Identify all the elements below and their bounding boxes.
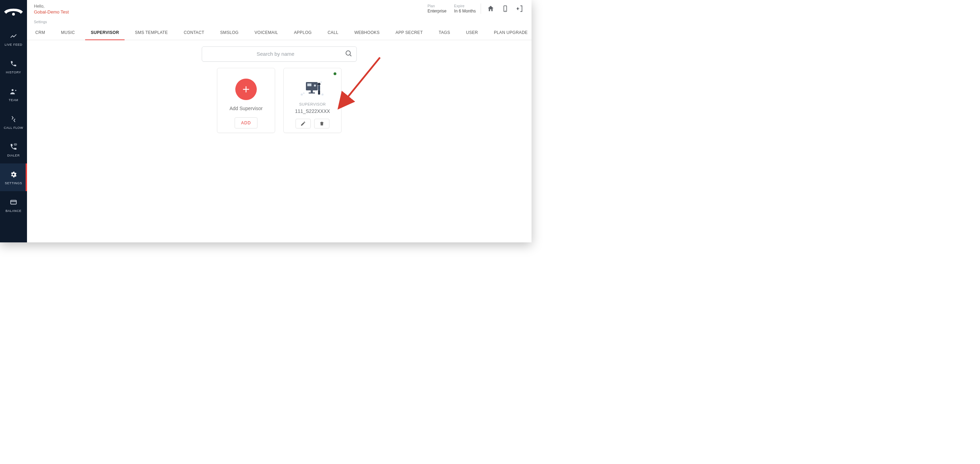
svg-point-0	[12, 13, 15, 16]
tab-webhooks[interactable]: WEBHOOKS	[353, 26, 381, 40]
sidebar: LIVE FEED HISTORY TEAM CALL FLOW SIP DIA…	[0, 0, 27, 242]
svg-point-8	[346, 51, 350, 55]
home-button[interactable]	[486, 4, 496, 13]
expire-label: Expire	[454, 4, 476, 8]
sidebar-item-label: HISTORY	[6, 71, 21, 74]
svg-point-22	[303, 92, 304, 94]
tab-applog[interactable]: APPLOG	[293, 26, 313, 40]
trash-icon	[319, 121, 325, 126]
user-name: Gobal-Demo Test	[34, 10, 69, 14]
tab-crm[interactable]: CRM	[34, 26, 46, 40]
search-input[interactable]	[206, 51, 345, 57]
sidebar-item-live-feed[interactable]: LIVE FEED	[0, 25, 27, 53]
settings-tabs: CRMMUSICSUPERVISORSMS TEMPLATECONTACTSMS…	[27, 26, 531, 40]
sidebar-item-settings[interactable]: SETTINGS	[0, 163, 27, 191]
add-supervisor-card: Add Supervisor ADD	[217, 68, 275, 133]
svg-rect-20	[319, 90, 320, 94]
topbar-right: Plan Enterprise Expire In 6 Months	[428, 3, 525, 14]
svg-rect-18	[318, 86, 320, 90]
tab-call[interactable]: CALL	[326, 26, 340, 40]
sidebar-item-label: LIVE FEED	[5, 43, 22, 46]
svg-point-17	[318, 83, 320, 86]
card-icon	[10, 198, 18, 206]
tab-plan-upgrade[interactable]: PLAN UPGRADE	[492, 26, 529, 40]
pencil-icon	[301, 121, 306, 126]
svg-rect-15	[311, 90, 313, 92]
team-icon	[10, 87, 18, 96]
add-circle[interactable]	[235, 79, 257, 100]
svg-line-9	[350, 55, 351, 56]
svg-rect-16	[309, 92, 315, 94]
dialer-icon: SIP	[10, 143, 18, 151]
supervisor-illustration-icon	[298, 77, 327, 98]
tab-user[interactable]: USER	[465, 26, 480, 40]
topbar: Hello, Gobal-Demo Test Plan Enterprise E…	[27, 0, 531, 14]
hello-text: Hello,	[34, 3, 69, 10]
supervisor-name: 111_S222XXXX	[295, 108, 330, 114]
svg-text:SIP: SIP	[14, 144, 17, 145]
app-logo-icon	[3, 6, 24, 17]
sidebar-item-label: BALANCE	[6, 209, 21, 213]
logout-button[interactable]	[515, 4, 525, 13]
mobile-icon	[502, 5, 509, 12]
tab-app-secret[interactable]: APP SECRET	[394, 26, 424, 40]
status-dot-online	[334, 72, 336, 75]
search-button[interactable]	[345, 49, 352, 59]
gear-icon	[10, 171, 18, 179]
supervisor-card[interactable]: SUPERVISOR 111_S222XXXX	[283, 68, 342, 133]
svg-point-14	[314, 85, 316, 86]
mobile-button[interactable]	[500, 4, 510, 13]
sidebar-item-team[interactable]: TEAM	[0, 80, 27, 108]
app-shell: LIVE FEED HISTORY TEAM CALL FLOW SIP DIA…	[0, 0, 531, 242]
svg-point-24	[320, 81, 322, 83]
supervisor-role: SUPERVISOR	[299, 102, 326, 106]
svg-point-23	[321, 94, 323, 96]
expire-value: In 6 Months	[454, 9, 476, 13]
greeting: Hello, Gobal-Demo Test	[34, 3, 69, 14]
logout-icon	[516, 5, 523, 13]
sidebar-item-call-flow[interactable]: CALL FLOW	[0, 108, 27, 136]
content-area: Add Supervisor ADD	[27, 40, 531, 242]
add-button[interactable]: ADD	[235, 117, 258, 128]
live-feed-icon	[10, 32, 18, 40]
svg-point-21	[301, 94, 303, 96]
tab-contact[interactable]: CONTACT	[182, 26, 205, 40]
call-flow-icon	[10, 115, 18, 123]
search-icon	[345, 49, 352, 57]
add-caption: Add Supervisor	[229, 105, 262, 111]
svg-point-1	[12, 89, 14, 91]
home-icon	[487, 5, 495, 13]
sidebar-item-label: DIALER	[7, 154, 20, 157]
supervisor-card-actions	[296, 119, 329, 128]
account-meta: Plan Enterprise Expire In 6 Months	[428, 4, 476, 13]
sidebar-item-label: TEAM	[9, 98, 18, 102]
sidebar-item-dialer[interactable]: SIP DIALER	[0, 136, 27, 163]
plus-icon	[241, 84, 251, 94]
delete-supervisor-button[interactable]	[314, 119, 329, 128]
plan-label: Plan	[428, 4, 447, 8]
svg-rect-13	[307, 83, 312, 86]
edit-supervisor-button[interactable]	[296, 119, 311, 128]
search-box	[202, 46, 357, 62]
tab-sms-template[interactable]: SMS TEMPLATE	[134, 26, 169, 40]
tab-tags[interactable]: TAGS	[438, 26, 452, 40]
sidebar-item-history[interactable]: HISTORY	[0, 53, 27, 80]
main-area: Hello, Gobal-Demo Test Plan Enterprise E…	[27, 0, 531, 242]
tab-smslog[interactable]: SMSLOG	[219, 26, 240, 40]
phone-icon	[10, 59, 18, 68]
sidebar-item-balance[interactable]: BALANCE	[0, 191, 27, 219]
breadcrumb: Settings	[27, 14, 531, 26]
tab-music[interactable]: MUSIC	[59, 26, 76, 40]
supervisor-cards: Add Supervisor ADD	[27, 68, 531, 133]
sidebar-item-label: SETTINGS	[5, 182, 22, 185]
svg-rect-4	[11, 201, 17, 204]
tab-supervisor[interactable]: SUPERVISOR	[89, 26, 120, 40]
tab-voicemail[interactable]: VOICEMAIL	[253, 26, 279, 40]
sidebar-item-label: CALL FLOW	[4, 126, 23, 129]
svg-rect-19	[318, 90, 319, 94]
plan-value: Enterprise	[428, 9, 447, 13]
divider	[480, 3, 481, 14]
